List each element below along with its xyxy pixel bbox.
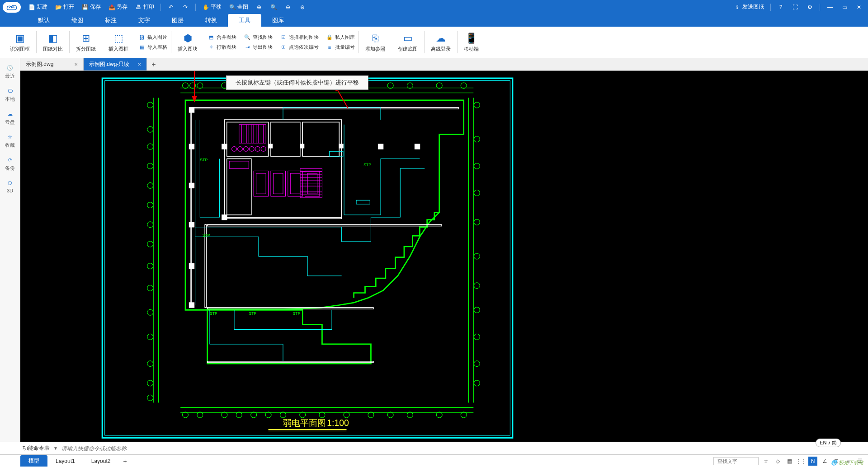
menu-tools[interactable]: 工具 [228, 14, 261, 27]
mobile-button[interactable]: 📱移动端 [462, 31, 481, 53]
sidebar-backup[interactable]: ⟳备份 [1, 153, 19, 174]
menu-draw[interactable]: 绘图 [61, 14, 94, 27]
doc-tab-2[interactable]: 示例图.dwg-只读× [84, 58, 147, 70]
pan-tooltip: 长按鼠标左键（或任何时候长按中键）进行平移 [226, 75, 368, 90]
send-label: 发送图纸 [742, 3, 764, 11]
split-button[interactable]: ⊞拆分图纸 [74, 31, 98, 53]
zoom-extents-button[interactable]: 🔍全图 [226, 2, 251, 12]
add-tab-button[interactable]: + [147, 58, 160, 70]
menu-layer[interactable]: 图层 [161, 14, 194, 27]
close-icon[interactable]: × [137, 61, 141, 68]
explode-block-button[interactable]: ✧打散图块 [206, 43, 238, 52]
separator [195, 4, 196, 11]
add-ref-button[interactable]: ⎘添加参照 [363, 31, 387, 53]
pan-button[interactable]: ✋平移 [199, 2, 224, 12]
svg-point-22 [461, 83, 467, 89]
saveas-label: 另存 [117, 3, 127, 11]
fullscreen-icon: ⛶ [792, 4, 799, 11]
ime-indicator[interactable]: EN ♪ 简 [816, 439, 841, 447]
maximize-button[interactable]: ▭ [838, 3, 851, 12]
svg-point-117 [249, 146, 254, 151]
new-button[interactable]: 📄新建 [25, 2, 50, 12]
menu-text[interactable]: 文字 [127, 14, 161, 27]
send-drawing-button[interactable]: ⇪发送图纸 [731, 2, 767, 12]
fullscreen-button[interactable]: ⛶ [789, 3, 802, 12]
zoom-in-button[interactable]: ⊕ [253, 3, 265, 12]
chevron-down-icon[interactable]: ▼ [53, 446, 58, 451]
doc-tab-1[interactable]: 示例图.dwg× [20, 58, 84, 70]
menu-annotate[interactable]: 标注 [94, 14, 127, 27]
import-table-label: 导入表格 [147, 44, 167, 51]
import-table-button[interactable]: ▦导入表格 [137, 43, 169, 52]
polar-toggle[interactable]: ∠ [820, 457, 829, 466]
insert-frame-button[interactable]: ⬚插入图框 [107, 31, 130, 53]
zoom-out2-button[interactable]: ⊖ [296, 3, 309, 12]
add-layout-button[interactable]: + [118, 456, 131, 467]
compare-button[interactable]: ◧图纸对比 [41, 31, 65, 53]
undo-button[interactable]: ↶ [165, 3, 177, 12]
print-button[interactable]: 🖶打印 [132, 2, 157, 12]
settings-button[interactable]: ⚙ [803, 3, 816, 12]
export-block-button[interactable]: ⇥导出图块 [242, 43, 274, 52]
tab-layout1[interactable]: Layout1 [47, 456, 83, 466]
save-button[interactable]: 💾保存 [79, 2, 104, 12]
app-logo [3, 2, 21, 13]
share-icon: ⇪ [734, 4, 741, 11]
svg-point-53 [147, 285, 153, 291]
zoom-out-button[interactable]: ⊖ [282, 3, 294, 12]
grid-toggle[interactable]: ▦ [785, 457, 794, 466]
svg-rect-77 [227, 217, 342, 219]
zoom-window-button[interactable]: 🔍 [267, 3, 280, 12]
click-number-button[interactable]: ①点选依次编号 [278, 43, 321, 52]
base-icon: ▭ [401, 32, 414, 45]
search-icon: 🔍 [244, 34, 251, 41]
redo-button[interactable]: ↷ [179, 3, 192, 12]
menu-default[interactable]: 默认 [27, 14, 61, 27]
sidebar-favorite[interactable]: ☆收藏 [1, 130, 19, 151]
favorite-toggle[interactable]: ☆ [761, 457, 770, 466]
command-input[interactable] [61, 445, 864, 452]
minimize-button[interactable]: — [824, 3, 836, 12]
insert-frame-icon: ⬚ [112, 32, 125, 45]
zoom-window-icon: 🔍 [270, 4, 277, 11]
find-block-button[interactable]: 🔍查找图块 [242, 33, 274, 42]
svg-point-32 [300, 412, 306, 418]
snap-toggle[interactable]: ◇ [773, 457, 782, 466]
help-button[interactable]: ? [774, 3, 787, 12]
svg-point-49 [147, 202, 153, 208]
tab-model[interactable]: 模型 [20, 455, 47, 467]
local-label: 本地 [5, 96, 15, 103]
close-button[interactable]: ✕ [853, 3, 865, 12]
watermark: 🌐 极光下载站 [831, 459, 863, 466]
svg-point-63 [474, 219, 480, 225]
search-text-input[interactable] [713, 457, 759, 465]
create-base-button[interactable]: ▭创建底图 [396, 31, 420, 53]
private-lib-button[interactable]: 🔒私人图库 [324, 33, 357, 42]
menu-convert[interactable]: 转换 [194, 14, 228, 27]
sidebar-3d[interactable]: ⬡3D [1, 176, 19, 196]
merge-block-button[interactable]: ⬒合并图块 [206, 33, 238, 42]
open-button[interactable]: 📂打开 [52, 2, 77, 12]
offline-login-button[interactable]: ☁离线登录 [429, 31, 453, 53]
svg-rect-113 [307, 173, 317, 194]
drawing-canvas[interactable]: 弱电平面图 1:100 STPSTPSTP STPSTPSTP 长按鼠标左键（或… [20, 71, 868, 442]
saveas-button[interactable]: 📤另存 [105, 2, 130, 12]
tab-layout2[interactable]: Layout2 [83, 456, 119, 466]
sidebar-local[interactable]: 🖵本地 [1, 84, 19, 105]
menu-library[interactable]: 图库 [261, 14, 295, 27]
sidebar-recent[interactable]: 🕓最近 [1, 61, 19, 82]
batch-number-button[interactable]: ≡批量编号 [324, 43, 357, 52]
dots-toggle[interactable]: ⋮⋮ [797, 457, 806, 466]
recognize-frame-button[interactable]: ▣识别图框 [8, 31, 32, 53]
select-same-button[interactable]: ☑选择相同图块 [278, 33, 321, 42]
svg-rect-86 [269, 144, 273, 148]
svg-rect-71 [190, 109, 192, 304]
insert-image-button[interactable]: 🖼插入图片 [137, 33, 169, 42]
close-icon[interactable]: × [74, 61, 78, 68]
explode-block-label: 打散图块 [217, 44, 236, 51]
help-icon: ? [777, 4, 784, 11]
insert-block-button[interactable]: ⬢插入图块 [176, 31, 199, 53]
ortho-toggle[interactable]: N [808, 457, 817, 466]
sidebar-cloud[interactable]: ☁云盘 [1, 107, 19, 128]
compare-icon: ◧ [47, 32, 59, 45]
